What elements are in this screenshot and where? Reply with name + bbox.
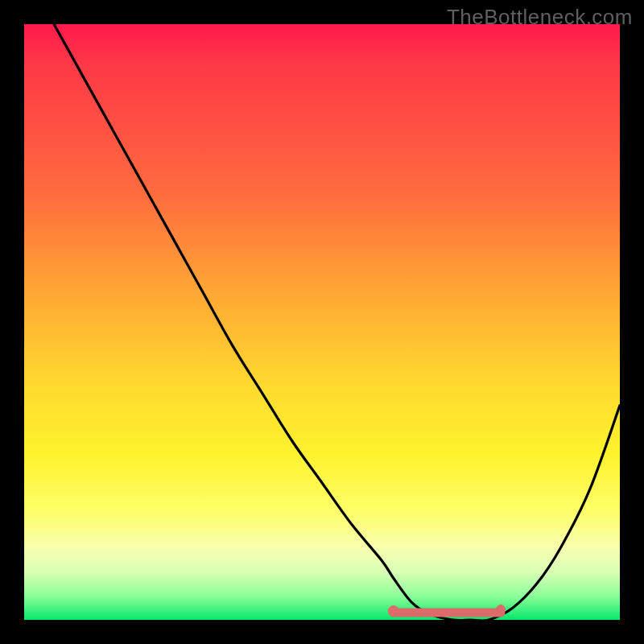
optimal-range-start-dot: [388, 605, 399, 617]
plot-area: [24, 24, 620, 620]
optimal-range-end-dot: [496, 605, 506, 614]
bottleneck-curve: [54, 24, 620, 620]
curve-layer: [24, 24, 620, 620]
watermark-label: TheBottleneck.com: [447, 5, 633, 30]
chart-frame: TheBottleneck.com: [0, 0, 644, 644]
